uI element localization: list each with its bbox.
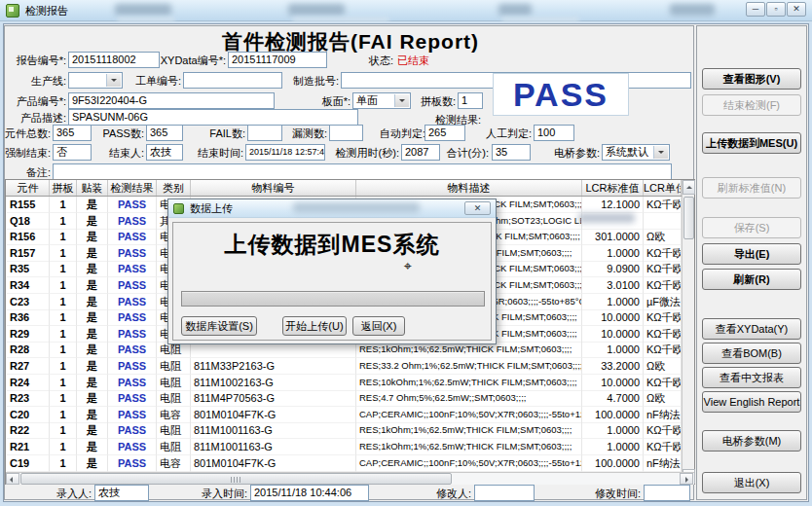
manual-judge-field[interactable]: 100	[534, 125, 574, 141]
pass-count-label: PASS数:	[101, 126, 144, 141]
sidebar-button-view-xydata[interactable]: 查看XYData(Y)	[702, 318, 801, 340]
sidebar-button-refresh[interactable]: 刷新(R)	[702, 269, 801, 290]
fail-count-field[interactable]	[247, 125, 282, 141]
cell-mounted: 是	[77, 358, 108, 375]
crosshair-cursor-icon: ⌖	[404, 258, 412, 274]
sidebar-button-export[interactable]: 导出(E)	[702, 243, 801, 265]
table-row[interactable]: C201是PASS电容801M0104F7K-GCAP;CERAMIC;;100…	[6, 407, 682, 423]
sidebar-button-view-graph[interactable]: 查看图形(V)	[702, 68, 801, 90]
missed-count-label: 漏测数:	[286, 126, 327, 141]
maximize-button[interactable]: ▫	[766, 2, 786, 17]
xydata-no-field[interactable]: 20151117009	[228, 52, 327, 68]
cell-desc: CAP;CERAMIC;;100nF;10%;50V;X7R;0603;;;;-…	[356, 455, 582, 472]
cell-category: 电阻	[157, 375, 191, 391]
sidebar-button-bridge-params[interactable]: 电桥参数(M)	[702, 430, 801, 452]
cell-result: PASS	[108, 213, 157, 230]
cell-component: R29	[7, 326, 50, 343]
vertical-scrollbar[interactable]	[682, 180, 694, 484]
table-row[interactable]: R221是PASS电阻811M1001163-GRES;1kOhm;1%;62.…	[6, 422, 682, 439]
cell-lcr-value: 1.0000	[582, 294, 644, 310]
dialog-heading: 上传数据到MES系统	[173, 230, 491, 260]
column-header-lcr-unit[interactable]: LCR单位	[644, 180, 682, 196]
cell-panel: 1	[50, 375, 77, 391]
product-desc-field[interactable]: SPASUNM-06G	[68, 109, 358, 126]
sidebar-button-end-test: 结束检测(F)	[702, 94, 801, 116]
dialog-titlebar[interactable]: 数据上传 ✕	[168, 199, 496, 218]
entry-time-field[interactable]: 2015/11/18 10:44:06	[250, 485, 369, 501]
cell-lcr-unit: KΩ千欧	[644, 342, 682, 358]
product-no-field[interactable]: 9F53I220404-G	[68, 92, 275, 109]
column-header-component[interactable]: 元件	[7, 180, 50, 196]
cell-result: PASS	[108, 439, 157, 455]
cell-lcr-unit: KΩ千欧	[644, 422, 682, 439]
scroll-up-button[interactable]	[683, 180, 695, 195]
scroll-right-button[interactable]	[680, 473, 693, 485]
table-row[interactable]: R241是PASS电阻811M1002163-GRES;10kOhm;1%;62…	[6, 375, 682, 391]
column-header-panel[interactable]: 拼板	[50, 180, 77, 196]
missed-count-field[interactable]	[329, 125, 363, 141]
redacted-text	[288, 4, 345, 16]
column-header-category[interactable]: 类别	[157, 180, 191, 196]
app-icon	[6, 4, 19, 18]
database-settings-button[interactable]: 数据库设置(S)	[181, 316, 257, 336]
column-header-result[interactable]: 检测结果	[108, 180, 157, 196]
sidebar-button-view-chinese-report[interactable]: 查看中文报表	[702, 367, 801, 388]
production-line-label: 生产线:	[2, 74, 66, 89]
cell-component: R27	[7, 358, 50, 375]
sidebar-button-view-english-report[interactable]: View English Report	[702, 391, 801, 413]
sidebar-button-upload-to-mes[interactable]: 上传数据到MES(U)	[702, 132, 801, 154]
production-line-dropdown[interactable]	[68, 72, 123, 89]
end-person-field[interactable]: 农技	[146, 144, 183, 161]
test-seconds-field[interactable]: 2087	[401, 144, 440, 161]
modifier-label: 修改人:	[424, 487, 471, 501]
forced-end-field[interactable]: 否	[53, 144, 92, 161]
cell-lcr-value: 3.0100	[582, 277, 644, 294]
scroll-left-button[interactable]	[6, 473, 19, 485]
pass-count-field[interactable]: 365	[146, 125, 183, 141]
horizontal-scroll-thumb[interactable]	[20, 473, 452, 485]
cell-lcr-value: 100.0000	[582, 407, 644, 423]
chevron-down-icon[interactable]	[106, 74, 121, 87]
table-row[interactable]: R271是PASS电阻811M33P2163-GRES;33.2 Ohm;1%;…	[6, 358, 682, 375]
sidebar-button-view-bom[interactable]: 查看BOM(B)	[702, 343, 801, 364]
modifier-field[interactable]	[474, 485, 535, 501]
modify-time-field[interactable]	[644, 485, 690, 501]
table-row[interactable]: C191是PASS电容801M0104F7K-GCAP;CERAMIC;;100…	[6, 455, 682, 472]
vertical-scroll-thumb[interactable]	[683, 197, 694, 239]
product-no-label: 产品编号*:	[2, 94, 66, 109]
entry-person-field[interactable]: 农技	[94, 485, 149, 501]
bridge-param-value: 系统默认	[606, 146, 648, 158]
close-button[interactable]: ✕	[787, 2, 806, 17]
end-time-field[interactable]: 2015/11/18 12:57:43	[245, 144, 325, 161]
horizontal-scrollbar[interactable]	[6, 472, 694, 485]
chevron-down-icon[interactable]	[394, 94, 409, 107]
column-header-part-no[interactable]: 物料编号	[191, 180, 356, 196]
sidebar-button-exit[interactable]: 退出(X)	[702, 472, 801, 493]
column-header-desc[interactable]: 物料描述	[356, 180, 582, 196]
work-order-label: 工单编号:	[125, 74, 181, 89]
minimize-button[interactable]: ─	[746, 2, 765, 17]
work-order-field[interactable]	[183, 72, 282, 89]
auto-judge-field[interactable]: 265	[424, 125, 465, 141]
table-row[interactable]: R231是PASS电阻811M4P70563-GRES;4.7 Ohm;5%;6…	[6, 390, 682, 407]
cell-panel: 1	[50, 326, 77, 343]
scroll-grip	[231, 477, 242, 483]
chevron-down-icon[interactable]	[653, 146, 668, 159]
component-total-field[interactable]: 365	[53, 125, 92, 141]
board-side-dropdown[interactable]: 单面	[352, 92, 411, 109]
column-header-lcr-value[interactable]: LCR标准值	[582, 180, 644, 196]
remark-field[interactable]	[53, 163, 672, 180]
bridge-param-dropdown[interactable]: 系统默认	[602, 144, 670, 161]
dialog-close-button[interactable]: ✕	[464, 201, 491, 215]
column-header-mounted[interactable]: 贴装	[77, 180, 108, 196]
cell-result: PASS	[108, 229, 157, 245]
start-upload-button[interactable]: 开始上传(U)	[282, 316, 347, 336]
return-button[interactable]: 返回(X)	[352, 316, 405, 336]
redacted-text	[578, 213, 635, 223]
cell-panel: 1	[50, 358, 77, 375]
total-minutes-field[interactable]: 35	[492, 144, 531, 161]
table-row[interactable]: R211是PASS电阻811M1001163-GRES;1kOhm;1%;62.…	[6, 439, 682, 455]
cell-panel: 1	[50, 439, 77, 455]
panel-count-field[interactable]: 1	[458, 92, 483, 109]
cell-category: 电容	[157, 407, 191, 423]
